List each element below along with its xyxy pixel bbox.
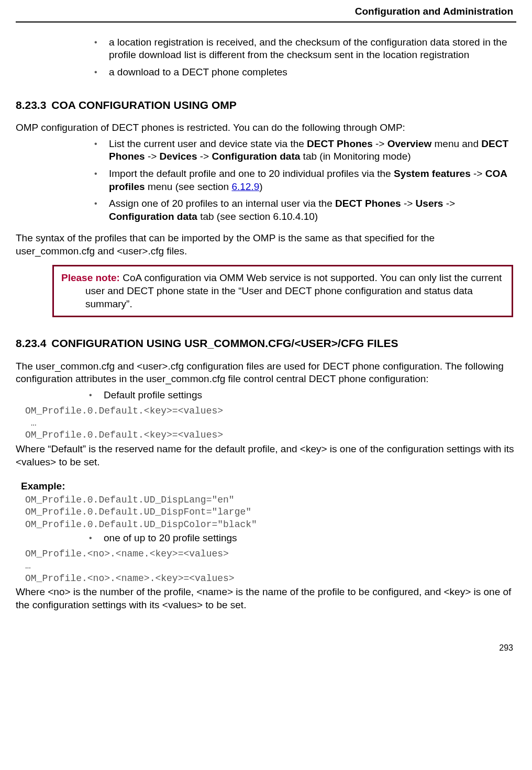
sec2-bullet-profile: one of up to 20 profile settings [89,532,516,545]
note-content: Please note: CoA configuration via OMM W… [61,272,504,310]
intro-bullet-2: a download to a DECT phone completes [94,66,516,79]
t: Configuration data [109,211,197,222]
t: Import the default profile and one to 20… [109,168,394,179]
intro-bullet-list: a location registration is received, and… [16,36,516,79]
header-rule [16,21,516,23]
section-1-title: COA CONFIGURATION USING OMP [51,99,237,111]
t: menu (see section [145,181,232,192]
section-1-bullets: List the current user and device state v… [16,138,516,224]
t: -> [145,151,160,162]
code-block-2: OM_Profile.0.Default.UD_DispLang="en" OM… [25,494,516,531]
sec2-bullet-default: Default profile settings [89,389,516,402]
note-label: Please note: [61,272,120,283]
t: System features [394,168,471,179]
sec1-bullet-3: Assign one of 20 profiles to an internal… [94,197,516,223]
link-6-12-9[interactable]: 6.12.9 [231,181,259,192]
t: Configuration data [212,151,300,162]
t: -> [197,151,212,162]
t: Assign one of 20 profiles to an internal… [109,198,335,209]
section-2-title: CONFIGURATION USING USR_COMMON.CFG/<USER… [51,337,398,349]
note-box: Please note: CoA configuration via OMM W… [52,265,513,317]
t: Devices [160,151,197,162]
intro-bullet-1: a location registration is received, and… [94,36,516,62]
section-2-heading: 8.23.4 CONFIGURATION USING USR_COMMON.CF… [16,336,516,350]
section-2-bullets-a: Default profile settings [16,389,516,402]
sec1-bullet-1: List the current user and device state v… [94,138,516,163]
t: -> [443,198,455,209]
section-1-para: OMP configuration of DECT phones is rest… [16,121,516,135]
note-text: CoA configuration via OMM Web service is… [85,272,502,309]
t: menu and [431,138,481,149]
t: ) [259,181,262,192]
section-2-para3: Where <no> is the number of the profile,… [16,586,516,611]
t: Overview [387,138,432,149]
code-block-3: OM_Profile.<no>.<name.<key>=<values> … O… [25,548,516,585]
example-label: Example: [21,480,516,493]
t: List the current user and device state v… [109,138,307,149]
section-1-number: 8.23.3 [16,99,46,111]
section-1-heading: 8.23.3 COA CONFIGURATION USING OMP [16,98,516,112]
section-2-bullets-b: one of up to 20 profile settings [16,532,516,545]
section-2-para2: Where “Default” is the reserved name for… [16,443,516,468]
page-container: Configuration and Administration a locat… [0,0,532,669]
t: -> [373,138,387,149]
t: tab (see section 6.10.4.10) [197,211,318,222]
section-1-para2: The syntax of the profiles that can be i… [16,232,516,258]
t: Users [416,198,444,209]
t: tab (in Monitoring mode) [300,151,411,162]
section-2-para: The user_common.cfg and <user>.cfg confi… [16,360,516,386]
t: -> [471,168,485,179]
section-2-number: 8.23.4 [16,337,46,349]
t: -> [401,198,416,209]
t: DECT Phones [307,138,373,149]
header-title: Configuration and Administration [16,5,516,18]
t: DECT Phones [335,198,401,209]
sec1-bullet-2: Import the default profile and one to 20… [94,168,516,193]
code-block-1: OM_Profile.0.Default.<key>=<values> … OM… [25,405,516,442]
page-number: 293 [16,643,516,654]
